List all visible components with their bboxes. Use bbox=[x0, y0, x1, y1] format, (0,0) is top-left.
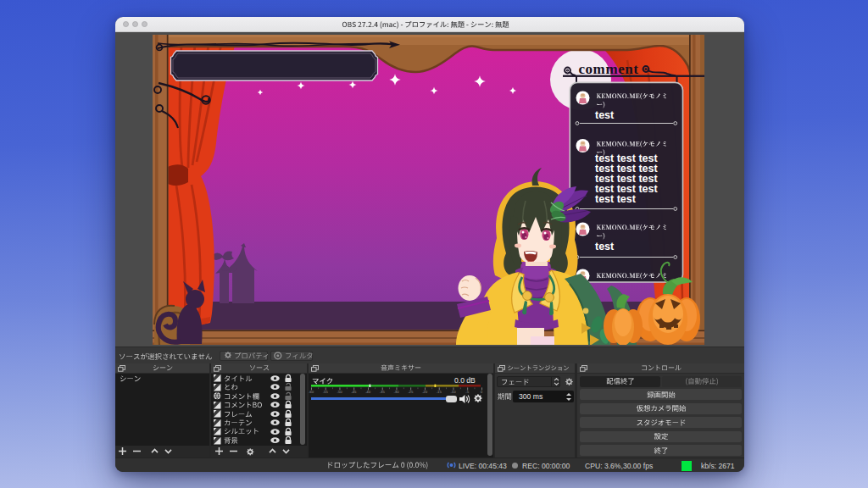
svg-text:test: test bbox=[595, 109, 615, 121]
svg-text:test: test bbox=[595, 241, 615, 252]
svg-text:-35: -35 bbox=[380, 390, 386, 394]
svg-text:-55: -55 bbox=[323, 390, 329, 394]
svg-text:test test: test test bbox=[595, 193, 637, 205]
svg-text:-10: -10 bbox=[450, 390, 456, 394]
svg-text:-5: -5 bbox=[465, 390, 469, 394]
svg-text:-20: -20 bbox=[422, 390, 428, 394]
svg-text:-45: -45 bbox=[351, 390, 357, 394]
svg-text:-25: -25 bbox=[408, 390, 414, 394]
svg-text:0: 0 bbox=[481, 390, 483, 394]
svg-text:-30: -30 bbox=[393, 390, 399, 394]
svg-text:comment: comment bbox=[578, 61, 638, 77]
svg-text:-50: -50 bbox=[337, 390, 342, 394]
svg-text:-60: -60 bbox=[309, 390, 314, 394]
svg-text:-15: -15 bbox=[437, 390, 442, 394]
svg-text:-40: -40 bbox=[365, 390, 371, 394]
